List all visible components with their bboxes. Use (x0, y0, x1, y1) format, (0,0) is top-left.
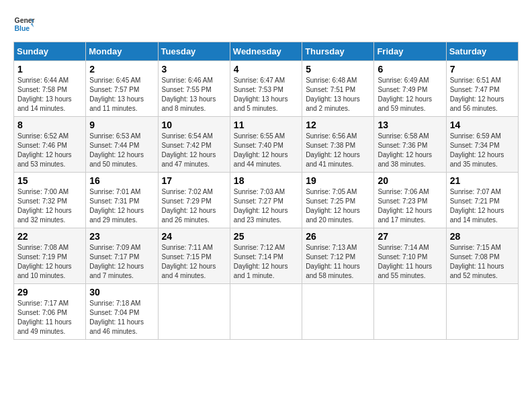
day-info: Sunrise: 7:13 AM Sunset: 7:12 PM Dayligh… (306, 243, 370, 281)
day-info: Sunrise: 7:02 AM Sunset: 7:29 PM Dayligh… (162, 187, 226, 225)
day-number: 18 (234, 175, 298, 186)
day-number: 1 (17, 64, 82, 75)
day-info: Sunrise: 6:49 AM Sunset: 7:49 PM Dayligh… (378, 76, 442, 113)
day-number: 24 (162, 231, 226, 242)
calendar-cell: 13 Sunrise: 6:58 AM Sunset: 7:36 PM Dayl… (374, 117, 446, 173)
day-info: Sunrise: 6:44 AM Sunset: 7:58 PM Dayligh… (17, 76, 82, 113)
day-number: 17 (162, 175, 226, 186)
calendar-cell: 7 Sunrise: 6:51 AM Sunset: 7:47 PM Dayli… (446, 61, 518, 117)
calendar-cell: 9 Sunrise: 6:53 AM Sunset: 7:44 PM Dayli… (86, 117, 158, 173)
day-info: Sunrise: 7:08 AM Sunset: 7:19 PM Dayligh… (17, 243, 82, 281)
calendar-week-1: 1 Sunrise: 6:44 AM Sunset: 7:58 PM Dayli… (14, 61, 519, 117)
day-number: 3 (162, 64, 226, 75)
day-info: Sunrise: 7:06 AM Sunset: 7:23 PM Dayligh… (378, 187, 442, 225)
day-info: Sunrise: 7:11 AM Sunset: 7:15 PM Dayligh… (162, 243, 226, 281)
day-info: Sunrise: 7:07 AM Sunset: 7:21 PM Dayligh… (450, 187, 515, 225)
day-number: 10 (162, 120, 226, 130)
day-info: Sunrise: 6:47 AM Sunset: 7:53 PM Dayligh… (234, 76, 298, 113)
calendar-week-2: 8 Sunrise: 6:52 AM Sunset: 7:46 PM Dayli… (14, 117, 519, 173)
calendar-cell: 18 Sunrise: 7:03 AM Sunset: 7:27 PM Dayl… (230, 173, 302, 228)
day-number: 8 (17, 120, 82, 130)
day-info: Sunrise: 6:46 AM Sunset: 7:55 PM Dayligh… (162, 76, 226, 113)
calendar-cell: 24 Sunrise: 7:11 AM Sunset: 7:15 PM Dayl… (158, 228, 230, 284)
header-wednesday: Wednesday (230, 42, 302, 61)
calendar-cell: 12 Sunrise: 6:56 AM Sunset: 7:38 PM Dayl… (302, 117, 374, 173)
day-info: Sunrise: 6:58 AM Sunset: 7:36 PM Dayligh… (378, 132, 442, 169)
day-number: 4 (234, 64, 298, 75)
day-info: Sunrise: 6:56 AM Sunset: 7:38 PM Dayligh… (306, 132, 370, 169)
calendar-cell: 19 Sunrise: 7:05 AM Sunset: 7:25 PM Dayl… (302, 173, 374, 228)
day-number: 15 (17, 175, 82, 186)
day-info: Sunrise: 6:48 AM Sunset: 7:51 PM Dayligh… (306, 76, 370, 113)
calendar-cell: 8 Sunrise: 6:52 AM Sunset: 7:46 PM Dayli… (14, 117, 86, 173)
day-number: 27 (378, 231, 442, 242)
day-number: 14 (450, 120, 515, 130)
day-number: 21 (450, 175, 515, 186)
day-info: Sunrise: 6:54 AM Sunset: 7:42 PM Dayligh… (162, 132, 226, 169)
day-info: Sunrise: 7:18 AM Sunset: 7:04 PM Dayligh… (89, 299, 154, 336)
calendar-cell: 25 Sunrise: 7:12 AM Sunset: 7:14 PM Dayl… (230, 228, 302, 284)
logo: General Blue (13, 13, 35, 35)
calendar-cell (374, 284, 446, 340)
day-info: Sunrise: 7:01 AM Sunset: 7:31 PM Dayligh… (89, 187, 154, 225)
day-number: 13 (378, 120, 442, 130)
calendar-cell: 15 Sunrise: 7:00 AM Sunset: 7:32 PM Dayl… (14, 173, 86, 228)
day-number: 9 (89, 120, 154, 130)
day-info: Sunrise: 7:17 AM Sunset: 7:06 PM Dayligh… (17, 299, 82, 336)
day-number: 7 (450, 64, 515, 75)
header-sunday: Sunday (14, 42, 86, 61)
header-thursday: Thursday (302, 42, 374, 61)
day-number: 5 (306, 64, 370, 75)
svg-text:Blue: Blue (15, 25, 30, 32)
day-info: Sunrise: 6:53 AM Sunset: 7:44 PM Dayligh… (89, 132, 154, 169)
calendar-week-4: 22 Sunrise: 7:08 AM Sunset: 7:19 PM Dayl… (14, 228, 519, 284)
calendar-cell: 20 Sunrise: 7:06 AM Sunset: 7:23 PM Dayl… (374, 173, 446, 228)
day-number: 22 (17, 231, 82, 242)
day-number: 20 (378, 175, 442, 186)
day-number: 23 (89, 231, 154, 242)
calendar-cell: 2 Sunrise: 6:45 AM Sunset: 7:57 PM Dayli… (86, 61, 158, 117)
calendar-cell: 21 Sunrise: 7:07 AM Sunset: 7:21 PM Dayl… (446, 173, 518, 228)
calendar-cell: 26 Sunrise: 7:13 AM Sunset: 7:12 PM Dayl… (302, 228, 374, 284)
calendar-cell: 23 Sunrise: 7:09 AM Sunset: 7:17 PM Dayl… (86, 228, 158, 284)
day-number: 16 (89, 175, 154, 186)
calendar-cell (446, 284, 518, 340)
calendar-cell: 22 Sunrise: 7:08 AM Sunset: 7:19 PM Dayl… (14, 228, 86, 284)
day-number: 12 (306, 120, 370, 130)
calendar-week-3: 15 Sunrise: 7:00 AM Sunset: 7:32 PM Dayl… (14, 173, 519, 228)
day-info: Sunrise: 6:52 AM Sunset: 7:46 PM Dayligh… (17, 132, 82, 169)
header-saturday: Saturday (446, 42, 518, 61)
day-info: Sunrise: 6:59 AM Sunset: 7:34 PM Dayligh… (450, 132, 515, 169)
calendar-cell: 5 Sunrise: 6:48 AM Sunset: 7:51 PM Dayli… (302, 61, 374, 117)
day-number: 6 (378, 64, 442, 75)
day-number: 26 (306, 231, 370, 242)
calendar-cell: 4 Sunrise: 6:47 AM Sunset: 7:53 PM Dayli… (230, 61, 302, 117)
logo-icon: General Blue (13, 13, 35, 35)
calendar-cell: 16 Sunrise: 7:01 AM Sunset: 7:31 PM Dayl… (86, 173, 158, 228)
calendar-week-5: 29 Sunrise: 7:17 AM Sunset: 7:06 PM Dayl… (14, 284, 519, 340)
calendar-cell: 3 Sunrise: 6:46 AM Sunset: 7:55 PM Dayli… (158, 61, 230, 117)
day-info: Sunrise: 7:15 AM Sunset: 7:08 PM Dayligh… (450, 243, 515, 281)
day-number: 30 (89, 287, 154, 298)
calendar-cell (230, 284, 302, 340)
day-number: 25 (234, 231, 298, 242)
day-info: Sunrise: 7:09 AM Sunset: 7:17 PM Dayligh… (89, 243, 154, 281)
calendar-cell: 10 Sunrise: 6:54 AM Sunset: 7:42 PM Dayl… (158, 117, 230, 173)
calendar-cell: 29 Sunrise: 7:17 AM Sunset: 7:06 PM Dayl… (14, 284, 86, 340)
calendar-header-row: SundayMondayTuesdayWednesdayThursdayFrid… (14, 42, 519, 61)
day-info: Sunrise: 7:12 AM Sunset: 7:14 PM Dayligh… (234, 243, 298, 281)
calendar-cell: 30 Sunrise: 7:18 AM Sunset: 7:04 PM Dayl… (86, 284, 158, 340)
calendar-cell: 6 Sunrise: 6:49 AM Sunset: 7:49 PM Dayli… (374, 61, 446, 117)
calendar-body: 1 Sunrise: 6:44 AM Sunset: 7:58 PM Dayli… (14, 61, 519, 340)
day-info: Sunrise: 6:55 AM Sunset: 7:40 PM Dayligh… (234, 132, 298, 169)
day-info: Sunrise: 7:00 AM Sunset: 7:32 PM Dayligh… (17, 187, 82, 225)
day-info: Sunrise: 6:45 AM Sunset: 7:57 PM Dayligh… (89, 76, 154, 113)
page-header: General Blue (13, 13, 519, 35)
day-number: 19 (306, 175, 370, 186)
day-info: Sunrise: 7:03 AM Sunset: 7:27 PM Dayligh… (234, 187, 298, 225)
calendar-cell: 14 Sunrise: 6:59 AM Sunset: 7:34 PM Dayl… (446, 117, 518, 173)
day-number: 29 (17, 287, 82, 298)
day-info: Sunrise: 6:51 AM Sunset: 7:47 PM Dayligh… (450, 76, 515, 113)
calendar-cell: 1 Sunrise: 6:44 AM Sunset: 7:58 PM Dayli… (14, 61, 86, 117)
calendar-cell: 27 Sunrise: 7:14 AM Sunset: 7:10 PM Dayl… (374, 228, 446, 284)
